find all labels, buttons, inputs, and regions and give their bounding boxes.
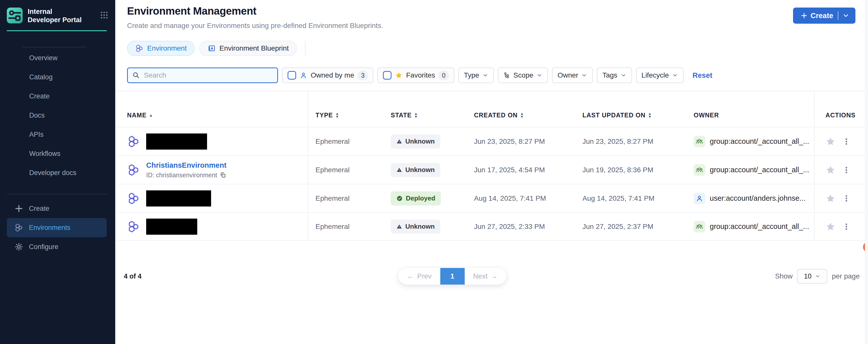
sidebar-item-create[interactable]: Create — [0, 87, 115, 106]
copy-icon[interactable] — [220, 172, 226, 178]
create-split-button[interactable]: Create — [793, 7, 856, 24]
tabs-divider — [305, 41, 305, 56]
sidebar-item-overview[interactable]: Overview — [0, 48, 115, 67]
create-button-label: Create — [811, 11, 833, 20]
sidebar-item-create-new[interactable]: Create — [0, 199, 115, 218]
environment-id: ID: christiansenvironment — [146, 172, 226, 179]
warning-icon — [396, 139, 402, 145]
sidebar-item-workflows[interactable]: Workflows — [0, 144, 115, 163]
star-icon — [395, 71, 403, 79]
page-size-control: Show 10 per page — [775, 269, 860, 284]
group-icon — [694, 164, 705, 176]
sidebar-item-docs[interactable]: Docs — [0, 106, 115, 125]
column-header-created-on[interactable]: CREATED ON ▲▼ — [467, 91, 576, 127]
warning-icon — [396, 167, 402, 173]
kebab-menu-button[interactable] — [843, 195, 850, 202]
apps-grid-icon[interactable] — [100, 10, 109, 20]
redacted-environment-name — [146, 191, 211, 206]
type-filter-dropdown[interactable]: Type — [458, 67, 494, 83]
owner-cell: group:account/_account_all_... — [687, 127, 814, 155]
sidebar-item-environments[interactable]: Environments — [7, 218, 107, 237]
environment-name-link[interactable]: ChristiansEnvironment — [146, 161, 226, 170]
favorite-star-button[interactable] — [826, 137, 836, 147]
actions-cell — [814, 127, 868, 155]
favorites-label: Favorites — [406, 71, 435, 79]
chevron-down-icon — [672, 72, 678, 78]
gear-icon — [14, 242, 23, 251]
tabs: Environment Environment Blueprint — [127, 41, 868, 56]
table-header-row: NAME ▲ TYPE ▲▼ STATE ▲▼ CREATED ON ▲▼ LA… — [115, 91, 868, 127]
sidebar-item-configure[interactable]: Configure — [0, 237, 115, 256]
sidebar-item-developer-docs[interactable]: Developer docs — [0, 163, 115, 182]
favorites-filter[interactable]: Favorites 0 — [377, 67, 454, 83]
plus-icon — [801, 12, 808, 19]
scope-filter-dropdown[interactable]: Scope — [498, 67, 548, 83]
environment-hexagons-icon — [127, 164, 140, 176]
kebab-menu-button[interactable] — [843, 138, 850, 145]
results-summary: 4 of 4 — [124, 273, 142, 280]
kebab-menu-button[interactable] — [843, 223, 850, 230]
owner-cell: group:account/_account_all_... — [687, 156, 814, 184]
favorites-count: 0 — [438, 71, 448, 80]
last-updated-cell: Aug 14, 2025, 7:41 PM — [576, 184, 687, 212]
table-row[interactable]: ChristiansEnvironment ID: christiansenvi… — [115, 155, 868, 184]
state-cell: Unknown — [384, 156, 467, 184]
last-updated-cell: Jun 23, 2025, 8:27 PM — [576, 127, 687, 155]
sidebar-item-apis[interactable]: APIs — [0, 125, 115, 144]
tags-filter-dropdown[interactable]: Tags — [597, 67, 632, 83]
next-page-button[interactable]: Next → — [465, 268, 506, 285]
favorite-star-button[interactable] — [826, 222, 836, 232]
prev-page-button[interactable]: ← Prev — [399, 268, 440, 285]
owner-cell: group:account/_account_all_... — [687, 213, 814, 240]
table-row[interactable]: Ephemeral Unknown Jun 27, 2025, 2:33 PM … — [115, 212, 868, 241]
column-header-state[interactable]: STATE ▲▼ — [384, 91, 467, 127]
lifecycle-filter-dropdown[interactable]: Lifecycle — [636, 67, 684, 83]
owner-filter-dropdown[interactable]: Owner — [552, 67, 593, 83]
column-header-type[interactable]: TYPE ▲▼ — [308, 91, 384, 127]
sidebar-item-catalog[interactable]: Catalog — [0, 67, 115, 87]
sidebar-item-label: Configure — [29, 243, 58, 251]
environment-management-page: Internal Developer Portal Overview Catal… — [0, 0, 868, 344]
column-header-last-updated-on[interactable]: LAST UPDATED ON ▲▼ — [576, 91, 687, 127]
reset-filters-button[interactable]: Reset — [693, 71, 713, 80]
name-cell — [115, 213, 308, 240]
sort-ascending-icon: ▲ — [149, 113, 153, 117]
created-on-cell: Jun 23, 2025, 8:27 PM — [467, 127, 576, 155]
environments-table: NAME ▲ TYPE ▲▼ STATE ▲▼ CREATED ON ▲▼ LA… — [115, 91, 868, 241]
search-input[interactable] — [144, 71, 264, 80]
tab-environment[interactable]: Environment — [127, 41, 195, 56]
page-number-button[interactable]: 1 — [440, 268, 465, 285]
check-circle-icon — [396, 195, 403, 202]
scope-hierarchy-icon — [503, 72, 510, 79]
tab-environment-blueprint[interactable]: Environment Blueprint — [199, 41, 297, 56]
owned-by-me-filter[interactable]: Owned by me 3 — [282, 67, 373, 83]
page-size-select[interactable]: 10 — [797, 269, 827, 284]
column-header-owner: OWNER — [687, 91, 814, 127]
scrollbar-track[interactable] — [865, 0, 868, 344]
favorites-checkbox[interactable] — [383, 71, 392, 80]
sidebar-nav: Overview Catalog Create Docs APIs Workfl… — [0, 48, 115, 182]
owned-by-me-checkbox[interactable] — [287, 71, 296, 80]
environment-hexagons-icon — [127, 192, 140, 205]
blueprint-icon — [207, 44, 216, 53]
environment-hexagons-icon — [127, 220, 140, 233]
state-badge-deployed: Deployed — [391, 191, 441, 205]
page-subtitle: Create and manage your Environments usin… — [115, 17, 868, 30]
type-filter-label: Type — [464, 71, 479, 79]
main-content: Environment Management Create and manage… — [115, 0, 868, 344]
environment-hexagons-icon — [127, 135, 140, 148]
actions-cell — [814, 156, 868, 184]
arrow-left-icon: ← — [407, 272, 414, 280]
create-button-dropdown[interactable] — [838, 12, 854, 19]
favorite-star-button[interactable] — [826, 193, 836, 203]
sidebar: Internal Developer Portal Overview Catal… — [0, 0, 115, 344]
favorite-star-button[interactable] — [826, 165, 836, 175]
table-row[interactable]: Ephemeral Deployed Aug 14, 2025, 7:41 PM… — [115, 184, 868, 212]
name-cell: ChristiansEnvironment ID: christiansenvi… — [115, 156, 308, 184]
sort-icon: ▲▼ — [414, 112, 418, 118]
actions-cell — [814, 184, 868, 212]
create-button-main[interactable]: Create — [795, 11, 838, 20]
table-row[interactable]: Ephemeral Unknown Jun 23, 2025, 8:27 PM … — [115, 127, 868, 155]
column-header-name[interactable]: NAME ▲ — [115, 91, 308, 127]
kebab-menu-button[interactable] — [843, 166, 850, 174]
